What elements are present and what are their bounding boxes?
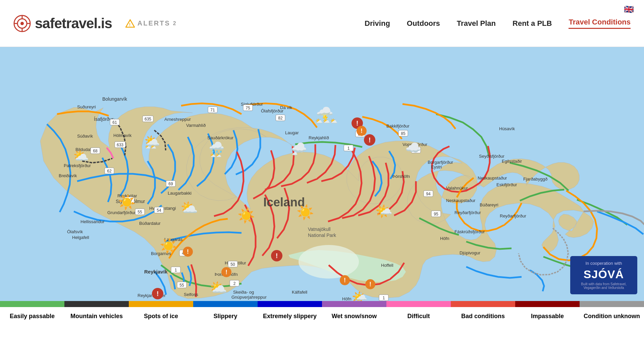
svg-text:Reykjahlíð: Reykjahlíð bbox=[309, 135, 329, 140]
weather-sun-cloud-icon-1: 🌤️ bbox=[375, 203, 392, 219]
nav-rent-plb[interactable]: Rent a PLB bbox=[513, 19, 552, 28]
svg-text:55: 55 bbox=[138, 210, 142, 214]
language-flag[interactable]: 🇬🇧 bbox=[624, 5, 634, 14]
svg-text:Seyðisfjörður: Seyðisfjörður bbox=[479, 154, 505, 159]
logo-text[interactable]: safetravel.is bbox=[35, 15, 112, 32]
alert-orange-icon-1[interactable]: ! bbox=[357, 126, 367, 136]
svg-text:633: 633 bbox=[117, 143, 123, 147]
coop-label: In cooperation with bbox=[577, 261, 631, 266]
svg-text:50: 50 bbox=[230, 262, 235, 267]
alert-red-icon-4[interactable]: ! bbox=[152, 288, 163, 299]
svg-text:71: 71 bbox=[210, 108, 215, 112]
svg-text:Reyðarfjörður: Reyðarfjörður bbox=[454, 210, 481, 215]
svg-text:Búðardalur: Búðardalur bbox=[139, 221, 161, 226]
svg-text:69: 69 bbox=[168, 182, 173, 186]
svg-text:Laugar: Laugar bbox=[285, 130, 299, 135]
legend-label-8: Impassable bbox=[528, 312, 567, 320]
svg-text:Reyðarfjörður: Reyðarfjörður bbox=[500, 213, 526, 218]
svg-text:National Park: National Park bbox=[308, 233, 336, 238]
svg-text:Arneshreppur: Arneshreppur bbox=[164, 117, 191, 122]
map-svg: Bolungarvík Suðureyri Ísafjörður Súðavík… bbox=[0, 47, 644, 301]
legend-label-2: Spots of ice bbox=[141, 312, 181, 320]
svg-text:Höfn: Höfn bbox=[440, 236, 449, 241]
svg-text:Gnúpverjahreppur: Gnúpverjahreppur bbox=[231, 295, 267, 300]
map-container[interactable]: Bolungarvík Suðureyri Ísafjörður Súðavík… bbox=[0, 47, 644, 301]
svg-text:94: 94 bbox=[426, 192, 431, 196]
svg-text:Húsavík: Húsavík bbox=[499, 126, 515, 131]
legend-label-1: Mountain vehicles bbox=[68, 312, 125, 320]
svg-text:Egilsstaðir: Egilsstaðir bbox=[502, 159, 522, 164]
alerts-label: ALERTS bbox=[138, 19, 170, 27]
weather-sun-icon-1: ☀️ bbox=[118, 194, 136, 210]
legend-label-7: Bad conditions bbox=[459, 312, 507, 320]
svg-text:Ólafsvík: Ólafsvík bbox=[67, 229, 83, 234]
weather-sub-3: ⛅⛅⛅ bbox=[315, 117, 337, 125]
svg-text:55: 55 bbox=[179, 283, 184, 288]
svg-text:95: 95 bbox=[434, 212, 438, 216]
svg-text:Hellissandur: Hellissandur bbox=[80, 219, 105, 224]
nav-driving[interactable]: Driving bbox=[365, 19, 390, 28]
legend-label-9: Condition unknown bbox=[581, 312, 643, 320]
legend-label-3: Slippery bbox=[211, 312, 240, 320]
svg-text:Reykjavík: Reykjavík bbox=[144, 269, 168, 275]
svg-text:Borgarfjörður: Borgarfjörður bbox=[428, 160, 453, 165]
weather-sub-1: ⛅⛅ bbox=[145, 144, 156, 150]
svg-text:Selfoss: Selfoss bbox=[184, 292, 198, 297]
legend-color-0 bbox=[0, 301, 64, 307]
alert-orange-icon-4[interactable]: ! bbox=[340, 275, 350, 285]
legend-color-9 bbox=[580, 301, 644, 307]
legend-item-7: Bad conditions bbox=[451, 301, 515, 348]
legend-color-5 bbox=[322, 301, 386, 307]
legend-color-6 bbox=[386, 301, 451, 307]
svg-text:Bolungarvík: Bolungarvík bbox=[102, 96, 127, 102]
alert-orange-icon-5[interactable]: ! bbox=[365, 279, 375, 289]
alert-red-icon-3[interactable]: ! bbox=[271, 250, 282, 261]
logo-travel: travel.is bbox=[62, 15, 112, 31]
legend-label-5: Wet snow/snow bbox=[329, 312, 380, 320]
alert-orange-icon-2[interactable]: ! bbox=[183, 247, 193, 257]
logo-safe: safe bbox=[35, 15, 62, 31]
header: safetravel.is ! ALERTS2 Driving Outdoors… bbox=[0, 0, 644, 47]
svg-text:Þórshöfn: Þórshöfn bbox=[392, 174, 410, 179]
svg-text:Da vik: Da vik bbox=[280, 105, 292, 110]
weather-cloud-icon-3: ☁️ bbox=[405, 140, 421, 155]
alert-red-icon-2[interactable]: ! bbox=[364, 134, 375, 146]
legend-item-9: Condition unknown bbox=[580, 301, 644, 348]
weather-sun-icon-5: ☀️ bbox=[297, 204, 314, 220]
legend-bar: Easily passable Mountain vehicles Spots … bbox=[0, 301, 644, 348]
svg-text:Súðavík: Súðavík bbox=[77, 134, 93, 139]
nav-travel-conditions[interactable]: Travel Conditions bbox=[569, 18, 631, 29]
svg-text:Bakkifjörður: Bakkifjörður bbox=[386, 123, 410, 129]
weather-sun-icon-4: ☀️ bbox=[237, 207, 255, 224]
svg-text:1: 1 bbox=[175, 268, 177, 272]
main-nav: Driving Outdoors Travel Plan Rent a PLB … bbox=[365, 18, 631, 29]
legend-color-1 bbox=[64, 301, 129, 307]
logo-icon bbox=[13, 15, 31, 32]
svg-text:!: ! bbox=[129, 22, 131, 27]
legend-color-7 bbox=[451, 301, 515, 307]
weather-sun-cloud-icon-3: ⛅ bbox=[73, 148, 89, 163]
legend-color-4 bbox=[258, 301, 322, 307]
nav-outdoors[interactable]: Outdoors bbox=[407, 19, 440, 28]
svg-text:75: 75 bbox=[246, 106, 250, 110]
svg-text:Fjarðabyggð: Fjarðabyggð bbox=[523, 177, 547, 182]
alerts-badge[interactable]: ! ALERTS2 bbox=[125, 19, 177, 28]
nav-travel-plan[interactable]: Travel Plan bbox=[457, 19, 496, 28]
svg-text:85: 85 bbox=[401, 131, 406, 136]
legend-item-2: Spots of ice bbox=[129, 301, 193, 348]
legend-item-0: Easily passable bbox=[0, 301, 64, 348]
alert-orange-icon-3[interactable]: ! bbox=[221, 267, 231, 277]
weather-sun-icon-6: 🌤️ bbox=[352, 290, 367, 301]
legend-label-0: Easily passable bbox=[7, 312, 57, 320]
legend-color-8 bbox=[515, 301, 580, 307]
svg-text:Valahnúkur: Valahnúkur bbox=[446, 186, 468, 191]
svg-text:Neskaupstaður: Neskaupstaður bbox=[478, 176, 507, 181]
svg-text:Hólmavík: Hólmavík bbox=[113, 133, 132, 138]
svg-text:635: 635 bbox=[145, 117, 151, 121]
svg-text:1: 1 bbox=[347, 146, 350, 151]
svg-text:61: 61 bbox=[112, 120, 117, 125]
weather-sun-icon-3: ☀️ bbox=[160, 238, 177, 254]
svg-text:Breiðavík: Breiðavík bbox=[59, 173, 77, 178]
legend-item-6: Difficult bbox=[386, 301, 451, 348]
svg-text:Höfn: Höfn bbox=[342, 296, 351, 301]
